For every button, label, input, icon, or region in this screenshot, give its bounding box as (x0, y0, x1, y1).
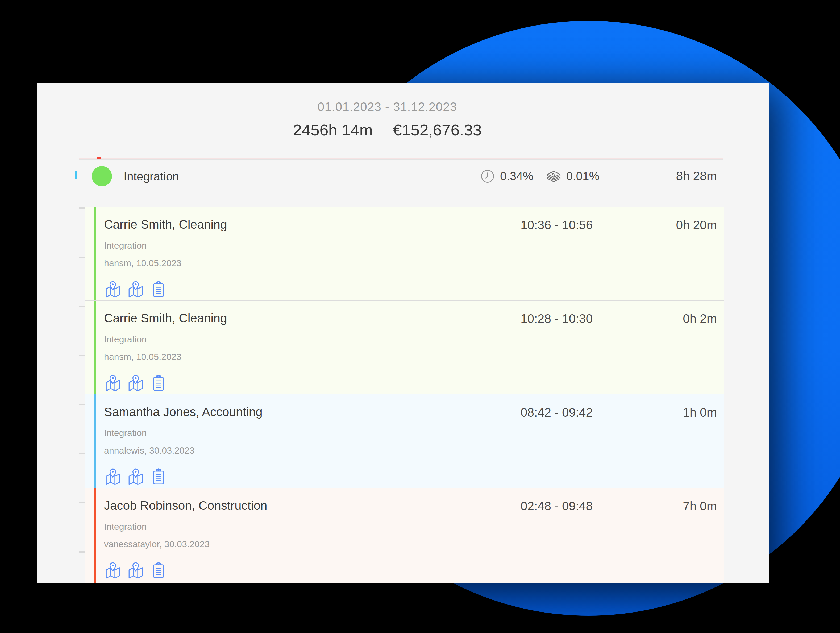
group-separator-line (79, 158, 723, 160)
entry-duration: 1h 0m (683, 405, 717, 419)
notes-clipboard-icon[interactable] (150, 562, 167, 579)
map-start-location-icon[interactable] (104, 468, 122, 486)
map-end-location-icon[interactable] (127, 562, 144, 579)
entry-user-date: vanessataylor, 30.03.2023 (104, 538, 724, 550)
report-header: 01.01.2023 - 31.12.2023 2456h 14m €152,6… (37, 83, 769, 139)
time-percentage: 0.34% (500, 169, 533, 183)
clock-icon (479, 168, 496, 185)
entry-actions (104, 468, 724, 486)
map-end-location-icon[interactable] (127, 280, 144, 298)
entry-user-date: annalewis, 30.03.2023 (104, 445, 724, 456)
entry-project: Integration (104, 333, 724, 345)
entry-time-range: 08:42 - 09:42 (521, 405, 593, 419)
entry-duration: 0h 2m (683, 312, 717, 326)
map-end-location-icon[interactable] (127, 374, 144, 392)
entry-project: Integration (104, 427, 724, 439)
date-range: 01.01.2023 - 31.12.2023 (37, 100, 737, 114)
time-entry-row[interactable]: Carrie Smith, Cleaning Integration hansm… (85, 300, 724, 394)
total-amount: €152,676.33 (393, 121, 482, 139)
entry-project: Integration (104, 240, 724, 251)
entry-accent-bar (94, 207, 96, 300)
entry-project: Integration (104, 521, 724, 532)
group-color-dot (92, 166, 112, 186)
money-icon (545, 168, 562, 185)
page: 01.01.2023 - 31.12.2023 2456h 14m €152,6… (0, 0, 840, 633)
map-start-location-icon[interactable] (104, 562, 122, 579)
group-label: Integration (124, 170, 179, 183)
entry-accent-bar (94, 301, 96, 394)
notes-clipboard-icon[interactable] (150, 280, 167, 298)
notes-clipboard-icon[interactable] (150, 374, 167, 392)
entry-actions (104, 374, 724, 392)
entry-title: Samantha Jones, Accounting (104, 405, 724, 419)
entry-actions (104, 562, 724, 579)
map-end-location-icon[interactable] (127, 468, 144, 486)
map-start-location-icon[interactable] (104, 374, 122, 392)
time-entry-row[interactable]: Carrie Smith, Cleaning Integration hansm… (85, 207, 724, 300)
entry-time-range: 02:48 - 09:48 (521, 499, 593, 513)
entry-actions (104, 280, 724, 298)
total-hours: 2456h 14m (293, 121, 373, 139)
entry-title: Jacob Robinson, Construction (104, 498, 724, 513)
money-percentage: 0.01% (566, 169, 600, 183)
entry-accent-bar (94, 488, 96, 583)
entry-duration: 0h 20m (676, 218, 717, 232)
entry-accent-bar (94, 394, 96, 487)
map-start-location-icon[interactable] (104, 280, 122, 298)
entry-duration: 7h 0m (683, 499, 717, 513)
entry-time-range: 10:28 - 10:30 (521, 312, 593, 326)
group-stats: 0.34% 0.01% (479, 166, 600, 186)
entry-title: Carrie Smith, Cleaning (104, 217, 724, 232)
red-marker-dash (97, 157, 101, 159)
entry-user-date: hansm, 10.05.2023 (104, 351, 724, 362)
entry-title: Carrie Smith, Cleaning (104, 311, 724, 325)
time-entry-row[interactable]: Samantha Jones, Accounting Integration a… (85, 394, 724, 487)
time-entry-list: Carrie Smith, Cleaning Integration hansm… (85, 207, 724, 583)
report-totals: 2456h 14m €152,676.33 (37, 121, 737, 139)
group-row-integration[interactable]: Integration 0.34% (37, 160, 769, 207)
time-entry-row[interactable]: Jacob Robinson, Construction Integration… (85, 487, 724, 583)
group-total-time: 8h 28m (676, 169, 717, 183)
entry-user-date: hansm, 10.05.2023 (104, 257, 724, 269)
notes-clipboard-icon[interactable] (150, 468, 167, 486)
time-report-card: 01.01.2023 - 31.12.2023 2456h 14m €152,6… (37, 83, 769, 583)
entry-time-range: 10:36 - 10:56 (521, 218, 593, 232)
